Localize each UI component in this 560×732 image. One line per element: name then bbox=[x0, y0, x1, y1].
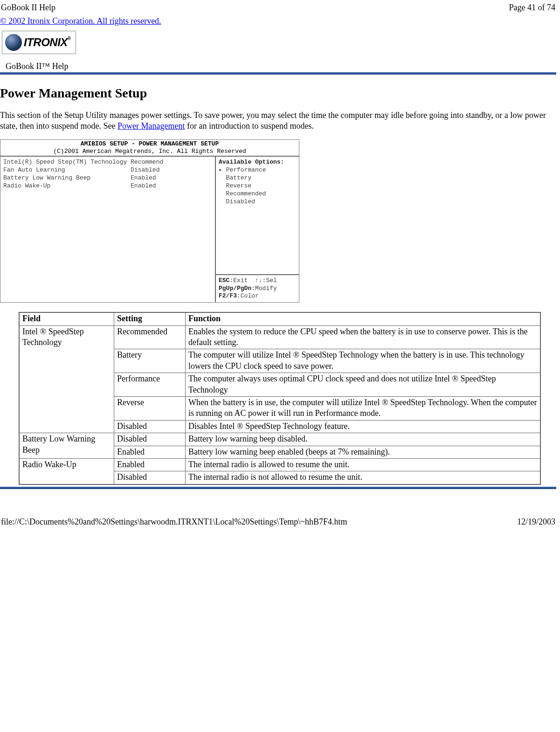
brand-text: ITRONIX® bbox=[24, 36, 71, 49]
page-title: Power Management Setup bbox=[0, 86, 556, 101]
bios-settings-panel: Intel(R) Speed Step(TM) Technology Recom… bbox=[0, 157, 215, 302]
cell-function: The internal radio is allowed to resume … bbox=[186, 458, 541, 471]
cell-function: Battery low warning beep disabled. bbox=[186, 433, 541, 446]
cell-field: Battery Low Warning Beep bbox=[19, 433, 114, 459]
th-function: Function bbox=[186, 312, 541, 325]
cell-field: Intel ® SpeedStep Technology bbox=[19, 325, 114, 433]
table-row: Radio Wake-UpEnabledThe internal radio i… bbox=[19, 458, 540, 471]
cell-function: Disables Intel ® SpeedStep Technology fe… bbox=[186, 420, 541, 433]
legend-caption: GoBook II™ Help bbox=[0, 57, 556, 72]
header-right: Page 41 of 74 bbox=[509, 3, 555, 13]
cell-setting: Disabled bbox=[114, 471, 186, 484]
cell-setting: Battery bbox=[114, 349, 186, 373]
footer-date: 12/19/2003 bbox=[517, 517, 555, 527]
cell-function: Battery low warning beep enabled (beeps … bbox=[186, 446, 541, 458]
page-footer: file://C:\Documents%20and%20Settings\har… bbox=[0, 489, 556, 532]
cell-function: The computer will utilize Intel ® SpeedS… bbox=[186, 349, 541, 373]
cell-setting: Disabled bbox=[114, 433, 186, 446]
cell-setting: Disabled bbox=[114, 420, 186, 433]
cell-setting: Performance bbox=[114, 373, 186, 397]
header-left: GoBook II Help bbox=[1, 3, 55, 13]
bios-title-2: (C)2001 American Megatrends, Inc. All Ri… bbox=[0, 148, 299, 155]
th-setting: Setting bbox=[114, 312, 186, 325]
separator-bar bbox=[0, 72, 556, 75]
copyright-link[interactable]: © 2002 Itronix Corporation. All rights r… bbox=[0, 16, 161, 26]
table-row: Intel ® SpeedStep TechnologyRecommendedE… bbox=[19, 325, 540, 349]
cell-function: When the battery is in use, the computer… bbox=[186, 397, 541, 421]
brand-logo: ITRONIX® bbox=[2, 31, 76, 54]
th-field: Field bbox=[19, 312, 114, 325]
cell-function: The internal radio is not allowed to res… bbox=[186, 471, 541, 484]
cell-setting: Enabled bbox=[114, 458, 186, 471]
bios-screenshot: AMIBIOS SETUP - POWER MANAGEMENT SETUP (… bbox=[0, 139, 299, 303]
cell-setting: Reverse bbox=[114, 397, 186, 421]
cell-setting: Recommended bbox=[114, 325, 186, 349]
globe-icon bbox=[5, 34, 22, 51]
footer-path: file://C:\Documents%20and%20Settings\har… bbox=[1, 517, 347, 527]
cell-setting: Enabled bbox=[114, 446, 186, 458]
cell-function: The computer always uses optimal CPU clo… bbox=[186, 373, 541, 397]
page-header: GoBook II Help Page 41 of 74 bbox=[0, 3, 556, 16]
intro-paragraph: This section of the Setup Utility manage… bbox=[0, 110, 556, 132]
cell-function: Enables the system to reduce the CPU spe… bbox=[186, 325, 541, 349]
bios-footer-panel: ESC:Exit ↑↓:Sel PgUp/PgDn:Modify F2/F3:C… bbox=[216, 274, 299, 303]
cell-field: Radio Wake-Up bbox=[19, 458, 114, 484]
bios-options-panel: Available Options: ▸ Performance Battery… bbox=[216, 157, 299, 274]
settings-table: Field Setting Function Intel ® SpeedStep… bbox=[19, 312, 541, 484]
table-row: Battery Low Warning BeepDisabledBattery … bbox=[19, 433, 540, 446]
bios-title-1: AMIBIOS SETUP - POWER MANAGEMENT SETUP bbox=[0, 140, 299, 148]
power-management-link[interactable]: Power Management bbox=[118, 121, 185, 131]
table-header-row: Field Setting Function bbox=[19, 312, 540, 325]
